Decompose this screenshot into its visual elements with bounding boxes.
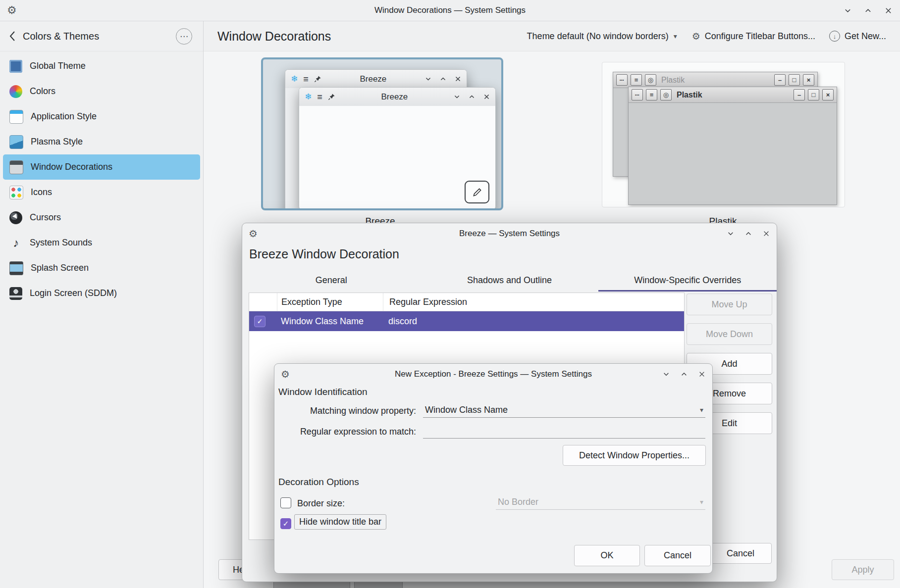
global-theme-icon [9, 60, 22, 73]
dialog-titlebar[interactable]: ⚙ New Exception - Breeze Settings — Syst… [274, 364, 712, 385]
sidebar-item-global-theme[interactable]: Global Theme [3, 53, 200, 79]
dialog-title: New Exception - Breeze Settings — System… [274, 364, 712, 385]
maximize-icon[interactable] [864, 7, 872, 14]
preview-window-title: Plastik [661, 76, 771, 85]
border-size-checkbox[interactable] [280, 497, 291, 508]
minimize-icon[interactable] [844, 7, 851, 14]
sidebar-item-label: Login Screen (SDDM) [30, 288, 117, 298]
sidebar-item-cursors[interactable]: Cursors [3, 205, 200, 230]
colors-icon [9, 85, 22, 98]
close-icon: × [822, 89, 834, 100]
tab-shadows-outline[interactable]: Shadows and Outline [421, 271, 599, 292]
preview-window-title: Plastik [677, 91, 791, 99]
regex-input[interactable] [423, 423, 705, 439]
tab-window-specific-overrides[interactable]: Window-Specific Overrides [598, 271, 777, 292]
pin-icon [314, 75, 321, 83]
theme-dropdown[interactable]: Theme default (No window borders) ▾ [527, 31, 677, 42]
matching-property-label: Matching window property: [274, 406, 416, 416]
close-icon[interactable] [698, 371, 705, 378]
border-size-dropdown[interactable]: No Border ▾ [496, 494, 705, 510]
sidebar-item-label: Splash Screen [31, 263, 89, 273]
close-icon[interactable] [885, 7, 892, 14]
regex-label: Regular expression to match: [274, 427, 416, 437]
download-icon: ↓ [829, 31, 840, 42]
sidebar-item-application-style[interactable]: Application Style [3, 104, 200, 129]
minimize-icon: – [794, 89, 805, 100]
add-label: Add [721, 359, 737, 369]
maximize-icon: □ [808, 89, 819, 100]
window-titlebar[interactable]: ⚙ Window Decorations — System Settings [0, 0, 900, 21]
maximize-icon[interactable] [681, 371, 688, 378]
move-up-button[interactable]: Move Up [687, 294, 772, 315]
pin-icon [328, 93, 335, 100]
breadcrumb-label[interactable]: Colors & Themes [23, 31, 99, 42]
sidebar-item-icons[interactable]: Icons [3, 180, 200, 205]
sidebar-item-label: Colors [30, 86, 55, 97]
plastik-app-icon: ••• [632, 89, 643, 100]
back-icon[interactable] [9, 31, 16, 42]
edit-theme-button[interactable] [465, 181, 489, 203]
window-title: Window Decorations — System Settings [0, 0, 900, 21]
sidebar-item-system-sounds[interactable]: ♪System Sounds [3, 230, 200, 255]
border-size-value: No Border [498, 497, 538, 507]
sidebar-item-label: System Sounds [30, 238, 92, 248]
menu-icon: ≡ [646, 89, 657, 100]
maximize-icon[interactable] [745, 230, 752, 237]
help-icon: ◎ [645, 74, 656, 86]
matching-property-dropdown[interactable]: Window Class Name ▾ [423, 402, 705, 418]
sidebar-item-window-decorations[interactable]: Window Decorations [3, 154, 200, 180]
column-header-exception-type[interactable]: Exception Type [277, 293, 383, 311]
breeze-preview-front-window: ❄ ≡ Breeze [299, 87, 496, 210]
maximize-icon: □ [789, 74, 800, 86]
table-header: Exception Type Regular Expression [249, 293, 684, 311]
matching-property-value: Window Class Name [425, 405, 508, 415]
maximize-icon [469, 94, 475, 100]
window-decorations-icon [9, 160, 23, 174]
table-row[interactable]: ✓ Window Class Name discord [249, 311, 684, 331]
border-size-label: Border size: [297, 498, 345, 509]
sidebar-item-label: Application Style [31, 111, 97, 122]
sidebar-item-plasma-style[interactable]: Plasma Style [3, 129, 200, 154]
move-down-label: Move Down [706, 329, 753, 340]
close-icon[interactable] [763, 230, 770, 237]
ok-label: OK [600, 550, 613, 561]
gear-icon: ⚙ [692, 31, 700, 42]
configure-titlebar-label: Configure Titlebar Buttons... [705, 31, 815, 42]
edit-label: Edit [722, 418, 737, 429]
get-new-button[interactable]: ↓ Get New... [829, 31, 886, 42]
cancel-button[interactable]: Cancel [644, 545, 711, 566]
apply-button[interactable]: Apply [832, 559, 894, 580]
hide-titlebar-label[interactable]: Hide window title bar [294, 514, 386, 530]
detect-label: Detect Window Properties... [579, 450, 689, 461]
breeze-app-icon: ❄ [305, 93, 312, 101]
hide-titlebar-checkbox[interactable]: ✓ [280, 518, 291, 529]
close-icon [483, 94, 490, 100]
chevron-down-icon: ▾ [674, 32, 677, 40]
section-decoration-options: Decoration Options [278, 477, 359, 488]
ok-button[interactable]: OK [574, 545, 640, 566]
menu-icon: ≡ [317, 93, 322, 101]
dialog-titlebar[interactable]: ⚙ Breeze — System Settings [242, 223, 777, 244]
sidebar-item-label: Global Theme [30, 61, 86, 71]
theme-card-breeze[interactable]: ❄ ≡ Breeze ❄ ≡ Breeze [261, 57, 503, 210]
close-icon [455, 76, 461, 82]
overflow-menu-icon[interactable]: ⋯ [176, 28, 192, 45]
sidebar-item-colors[interactable]: Colors [3, 79, 200, 104]
minimize-icon[interactable] [663, 371, 670, 378]
theme-card-plastik[interactable]: ••• ≡ ◎ Plastik – □ × ••• ≡ ◎ Plastik – … [602, 62, 845, 207]
sidebar-item-label: Plasma Style [31, 137, 83, 147]
move-down-button[interactable]: Move Down [687, 323, 772, 345]
login-screen-icon [9, 287, 22, 300]
minimize-icon [425, 76, 431, 82]
cancel-button[interactable]: Cancel [709, 543, 772, 564]
row-checkbox[interactable]: ✓ [254, 316, 265, 327]
cell-exception-type: Window Class Name [277, 316, 382, 327]
sidebar-item-login-screen[interactable]: Login Screen (SDDM) [3, 281, 200, 306]
tab-general[interactable]: General [242, 271, 421, 292]
sidebar-item-label: Window Decorations [31, 162, 112, 172]
sidebar-item-splash-screen[interactable]: Splash Screen [3, 255, 200, 281]
configure-titlebar-button[interactable]: ⚙ Configure Titlebar Buttons... [692, 31, 815, 42]
column-header-regular-expression[interactable]: Regular Expression [383, 293, 684, 311]
detect-window-properties-button[interactable]: Detect Window Properties... [563, 445, 706, 466]
minimize-icon[interactable] [727, 230, 734, 237]
